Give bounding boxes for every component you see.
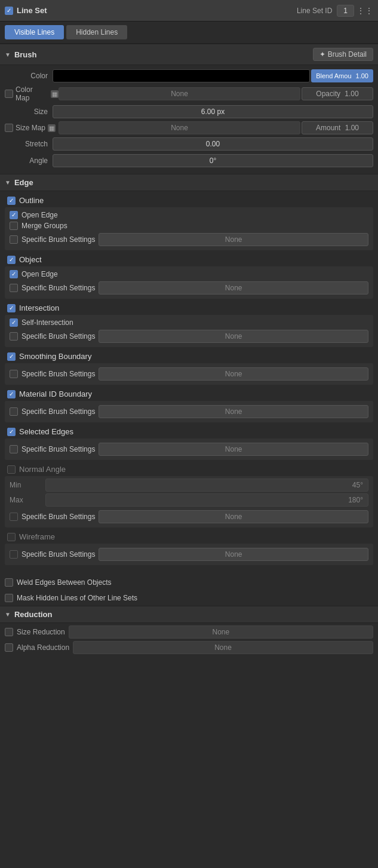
brush-detail-button[interactable]: ✦ Brush Detail: [313, 48, 373, 61]
normal-angle-checkbox[interactable]: [7, 465, 16, 474]
reduction-body: Size Reduction None Alpha Reduction None: [0, 623, 378, 659]
color-map-label: Color Map: [16, 85, 48, 102]
material-id-checkbox[interactable]: [7, 390, 16, 398]
material-id-specific-brush-checkbox[interactable]: [10, 407, 18, 416]
intersection-specific-brush-label: Specific Brush Settings: [21, 332, 95, 341]
object-open-edge-checkbox[interactable]: [10, 270, 18, 278]
line-set-title: Line Set: [17, 6, 47, 15]
angle-control: 0°: [53, 154, 373, 167]
alpha-reduction-checkbox[interactable]: [5, 643, 13, 652]
smoothing-checkbox[interactable]: [7, 352, 16, 361]
selected-edges-specific-none-button[interactable]: None: [99, 443, 368, 456]
options-dots-icon[interactable]: ⋮⋮: [357, 6, 373, 16]
size-reduction-none-button[interactable]: None: [69, 625, 373, 639]
material-id-specific-none-button[interactable]: None: [99, 405, 368, 418]
size-control: 6.00 px: [53, 105, 373, 118]
reduction-section-header[interactable]: ▼ Reduction: [0, 606, 378, 623]
color-map-checkbox[interactable]: [5, 90, 13, 98]
mask-hidden-label: Mask Hidden Lines of Other Line Sets: [17, 594, 137, 602]
size-reduction-checkbox[interactable]: [5, 628, 13, 636]
size-map-label: Size Map: [16, 124, 45, 132]
normal-angle-specific-brush-row: Specific Brush Settings None: [10, 508, 368, 525]
mask-hidden-checkbox[interactable]: [5, 594, 13, 602]
wireframe-specific-brush-checkbox[interactable]: [10, 550, 18, 559]
outline-specific-brush-row: Specific Brush Settings None: [10, 231, 368, 248]
normal-angle-specific-brush-label: Specific Brush Settings: [21, 513, 95, 521]
wireframe-checkbox[interactable]: [7, 533, 16, 541]
wireframe-specific-none-button[interactable]: None: [99, 548, 368, 561]
selected-edges-label: Selected Edges: [19, 427, 73, 436]
brush-collapse-icon: ▼: [5, 51, 11, 58]
intersection-specific-none-button[interactable]: None: [99, 330, 368, 343]
normal-min-row: Min 45°: [10, 479, 368, 492]
material-id-sub: Specific Brush Settings None: [5, 401, 373, 422]
size-map-none-button[interactable]: None: [59, 121, 300, 134]
selected-edges-header: Selected Edges: [2, 425, 376, 438]
color-swatch[interactable]: [53, 69, 310, 82]
weld-edges-row: Weld Edges Between Objects: [0, 575, 378, 590]
size-value-button[interactable]: 6.00 px: [53, 105, 373, 118]
size-map-row: Size Map ▦ None Amount 1.00: [5, 121, 373, 134]
wireframe-sub: Specific Brush Settings None: [5, 544, 373, 565]
angle-value-button[interactable]: 0°: [53, 154, 373, 167]
opacity-button[interactable]: Opacity 1.00: [302, 87, 373, 100]
blend-amount-value: 1.00: [356, 72, 368, 79]
outline-open-edge-checkbox[interactable]: [10, 211, 18, 219]
blend-amount-button[interactable]: Blend Amou 1.00: [311, 69, 373, 82]
normal-angle-specific-none-button[interactable]: None: [99, 510, 368, 523]
stretch-control: 0.00: [53, 137, 373, 151]
size-reduction-label: Size Reduction: [17, 628, 65, 636]
intersection-self-checkbox[interactable]: [10, 318, 18, 327]
color-control: Blend Amou 1.00: [53, 69, 373, 82]
smoothing-specific-brush-row: Specific Brush Settings None: [10, 366, 368, 382]
alpha-reduction-row: Alpha Reduction None: [5, 641, 373, 654]
object-sub: Open Edge Specific Brush Settings None: [5, 266, 373, 299]
selected-edges-specific-brush-row: Specific Brush Settings None: [10, 441, 368, 458]
wireframe-label: Wireframe: [19, 532, 55, 541]
amount-button[interactable]: Amount 1.00: [302, 121, 373, 134]
normal-angle-specific-brush-checkbox[interactable]: [10, 513, 18, 521]
line-set-id-label: Line Set ID: [297, 7, 332, 15]
outline-specific-none-button[interactable]: None: [99, 233, 368, 246]
object-specific-none-button[interactable]: None: [99, 281, 368, 295]
object-label: Object: [19, 255, 42, 264]
line-set-checkbox[interactable]: [5, 7, 13, 15]
outline-open-edge-label: Open Edge: [21, 211, 58, 219]
normal-max-label: Max: [10, 496, 45, 504]
opacity-value: 1.00: [345, 90, 358, 98]
outline-checkbox[interactable]: [7, 197, 16, 205]
weld-edges-checkbox[interactable]: [5, 578, 13, 587]
tab-hidden-lines[interactable]: Hidden Lines: [66, 25, 127, 39]
outline-merge-groups-checkbox[interactable]: [10, 222, 18, 230]
selected-edges-checkbox[interactable]: [7, 428, 16, 436]
normal-min-value[interactable]: 45°: [45, 479, 368, 492]
line-set-id-area: Line Set ID 1 ⋮⋮: [297, 5, 373, 17]
mask-hidden-row: Mask Hidden Lines of Other Line Sets: [0, 590, 378, 606]
angle-label: Angle: [5, 157, 53, 165]
smoothing-specific-none-button[interactable]: None: [99, 367, 368, 381]
object-specific-brush-checkbox[interactable]: [10, 284, 18, 292]
intersection-label: Intersection: [19, 303, 59, 312]
tab-visible-lines[interactable]: Visible Lines: [5, 25, 64, 39]
object-checkbox[interactable]: [7, 256, 16, 264]
selected-edges-specific-brush-checkbox[interactable]: [10, 445, 18, 453]
selected-edges-specific-brush-label: Specific Brush Settings: [21, 445, 95, 453]
size-map-checkbox[interactable]: [5, 124, 13, 132]
smoothing-specific-brush-checkbox[interactable]: [10, 370, 18, 378]
object-open-edge-row: Open Edge: [10, 269, 368, 280]
selected-edges-group: Selected Edges Specific Brush Settings N…: [2, 425, 376, 460]
brush-section-header[interactable]: ▼ Brush ✦ Brush Detail: [0, 44, 378, 65]
normal-max-value[interactable]: 180°: [45, 493, 368, 507]
intersection-checkbox[interactable]: [7, 304, 16, 312]
object-specific-brush-label: Specific Brush Settings: [21, 284, 95, 292]
stretch-value-button[interactable]: 0.00: [53, 137, 373, 151]
intersection-specific-brush-checkbox[interactable]: [10, 332, 18, 341]
color-map-none-button[interactable]: None: [59, 87, 300, 100]
line-set-id-value[interactable]: 1: [337, 5, 354, 17]
material-id-label: Material ID Boundary: [19, 389, 92, 398]
alpha-reduction-none-button[interactable]: None: [73, 641, 373, 654]
outline-header: Outline: [2, 194, 376, 207]
outline-specific-brush-checkbox[interactable]: [10, 235, 18, 244]
edge-section-header[interactable]: ▼ Edge: [0, 174, 378, 191]
object-specific-brush-row: Specific Brush Settings None: [10, 280, 368, 296]
